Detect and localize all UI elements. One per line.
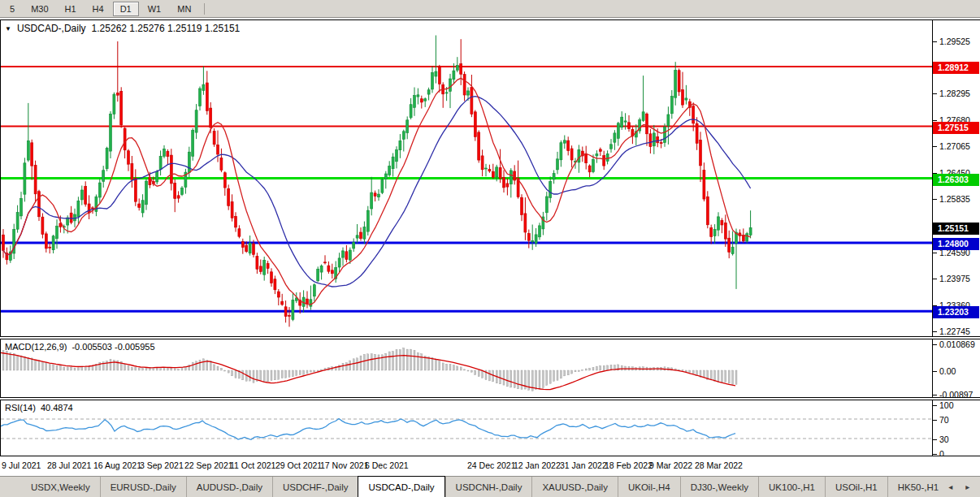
macd-axis[interactable]: 0.0108690.00-0.00897 (933, 339, 980, 398)
tab-ukoil-h4[interactable]: UKOil-,H4 (618, 477, 680, 497)
date-tick-label: 16 Aug 2021 (93, 460, 141, 470)
macd-name: MACD(12,26,9) (5, 342, 67, 352)
date-tick-label: 28 Mar 2022 (695, 460, 743, 470)
main-chart-pane[interactable]: ▼ USDCAD-,Daily 1.25262 1.25276 1.25119 … (0, 19, 933, 337)
timeframe-w1-button[interactable]: W1 (141, 2, 169, 16)
price-tick: 1.23975 (933, 274, 970, 283)
macd-values: -0.005503 -0.005955 (72, 342, 154, 352)
candlestick-chart-canvas[interactable] (1, 20, 932, 336)
macd-axis-tick: 0.010869 (933, 339, 975, 349)
rsi-name: RSI(14) (5, 403, 36, 413)
tab-xauusd-daily[interactable]: XAUUSD-,Daily (531, 477, 618, 497)
tab-scroll-right-icon[interactable]: ▸ (965, 482, 969, 491)
mt4-window: 5M30H1H4D1W1MN ▼ USDCAD-,Daily 1.25262 1… (0, 0, 980, 497)
tab-scroll-arrows: ◂▸ (948, 477, 980, 497)
rsi-value: 40.4874 (41, 403, 73, 413)
rsi-axis-tick: 100 (933, 400, 954, 410)
rsi-panel[interactable]: RSI(14) 40.4874 (0, 400, 933, 456)
price-tick: 1.25835 (933, 194, 970, 204)
date-tick-label: 29 Oct 2021 (275, 460, 322, 470)
tab-scroll-left-icon[interactable]: ◂ (948, 482, 952, 491)
timeframe-h1-button[interactable]: H1 (58, 2, 84, 16)
price-level-badge: 1.23203 (933, 306, 979, 318)
price-level-badge: 1.28912 (933, 62, 979, 74)
date-tick-label: 18 Feb 2022 (605, 460, 653, 470)
timeframe-mn-button[interactable]: MN (170, 2, 198, 16)
date-tick-label: 31 Jan 2022 (560, 460, 607, 470)
price-tick: 1.22745 (933, 326, 970, 336)
date-tick-label: 24 Dec 2021 (467, 460, 516, 470)
price-level-badge: 1.26303 (933, 174, 979, 186)
toolbar-separator (204, 3, 205, 15)
price-level-badge: 1.27515 (933, 122, 979, 134)
rsi-axis-tick: 30 (933, 434, 949, 444)
date-tick-label: 3 Sep 2021 (140, 460, 184, 470)
timeframe-toolbar: 5M30H1H4D1W1MN (0, 0, 980, 18)
tab-audusd-daily[interactable]: AUDUSD-,Daily (186, 477, 272, 497)
chart-symbol-label: USDCAD-,Daily (17, 23, 86, 34)
tab-usoil-h1[interactable]: USOil-,H1 (825, 477, 887, 497)
macd-panel[interactable]: MACD(12,26,9) -0.005503 -0.005955 (0, 339, 933, 398)
rsi-chart-canvas (1, 400, 932, 456)
tab-usdx-weekly[interactable]: USDX,Weekly (21, 477, 100, 497)
price-tick: 1.29525 (933, 37, 970, 46)
price-tick: 1.28295 (933, 89, 970, 98)
tab-dj30-weekly[interactable]: DJ30-,Weekly (680, 477, 758, 497)
date-tick-label: 11 Oct 2021 (230, 460, 275, 470)
date-tick-label: 22 Sep 2021 (184, 460, 233, 470)
macd-axis-tick: -0.00897 (933, 390, 973, 400)
tab-usdchf-daily[interactable]: USDCHF-,Daily (272, 477, 358, 497)
tab-usdcad-daily[interactable]: USDCAD-,Daily (358, 476, 444, 497)
date-tick-label: 6 Dec 2021 (365, 460, 409, 470)
symbol-collapse-icon[interactable]: ▼ (5, 25, 11, 32)
price-tick: 1.27065 (933, 141, 970, 151)
chart-title: ▼ USDCAD-,Daily 1.25262 1.25276 1.25119 … (5, 23, 240, 34)
date-axis[interactable]: 9 Jul 202128 Jul 202116 Aug 20213 Sep 20… (0, 456, 980, 476)
macd-label: MACD(12,26,9) -0.005503 -0.005955 (5, 342, 155, 352)
tab-usdcnh-daily[interactable]: USDCNH-,Daily (445, 477, 532, 497)
rsi-axis-tick: 70 (933, 415, 949, 425)
date-tick-label: 28 Jul 2021 (47, 460, 91, 470)
timeframe-5-button[interactable]: 5 (2, 2, 22, 16)
date-tick-label: 9 Jul 2021 (2, 460, 41, 470)
chart-tab-bar: USDX,WeeklyEURUSD-,DailyAUDUSD-,DailyUSD… (0, 476, 980, 497)
date-tick-label: 17 Nov 2021 (320, 460, 369, 470)
tab-uk100-h1[interactable]: UK100-,H1 (758, 477, 825, 497)
chart-quote-values: 1.25262 1.25276 1.25119 1.25151 (92, 23, 241, 34)
date-tick-label: 9 Mar 2022 (649, 460, 692, 470)
price-axis[interactable]: 1.295251.282951.276801.270651.264501.258… (933, 19, 980, 337)
price-level-badge: 1.24800 (933, 238, 979, 250)
price-level-badge: 1.25151 (933, 223, 979, 235)
timeframe-m30-button[interactable]: M30 (24, 2, 55, 16)
date-tick-label: 12 Jan 2022 (514, 460, 561, 470)
tab-eurusd-daily[interactable]: EURUSD-,Daily (100, 477, 186, 497)
timeframe-h4-button[interactable]: H4 (85, 2, 111, 16)
tab-hk50-h1[interactable]: HK50-,H1 (887, 477, 949, 497)
macd-axis-tick: 0.00 (933, 366, 956, 376)
rsi-label: RSI(14) 40.4874 (5, 403, 73, 413)
timeframe-d1-button[interactable]: D1 (113, 2, 139, 16)
rsi-axis[interactable]: 10070300 (933, 400, 980, 456)
